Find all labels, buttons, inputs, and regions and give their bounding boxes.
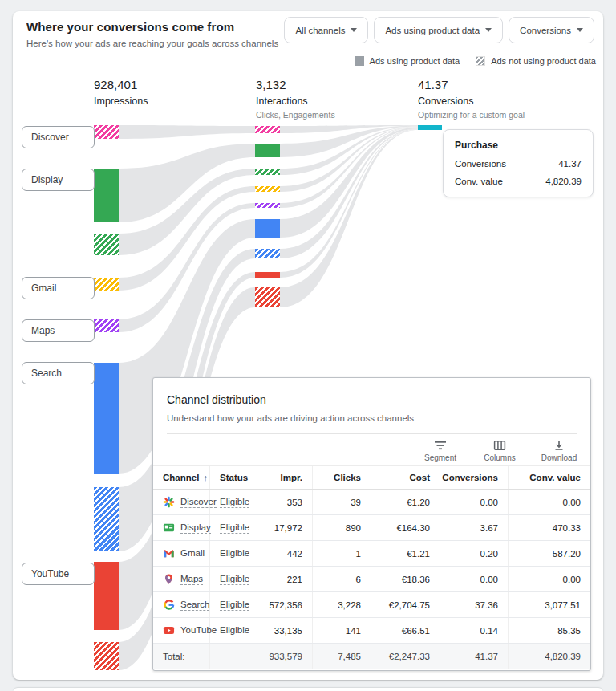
interactions-value: 3,132 (256, 78, 335, 91)
header-status[interactable]: Status (210, 466, 253, 489)
node-search-nopd-interactions[interactable] (255, 249, 280, 258)
conv-value-cell: 85.35 (509, 618, 590, 643)
product-data-filter-dropdown[interactable]: Ads using product data (374, 17, 503, 43)
node-gmail-impressions[interactable] (94, 278, 119, 291)
download-button[interactable]: Download (539, 439, 579, 462)
chevron-down-icon (351, 28, 357, 32)
cell-value: 442 (287, 549, 302, 559)
header-conv-value[interactable]: Conv. value (509, 466, 590, 489)
cell-value: 0.00 (480, 575, 498, 584)
channel-link[interactable]: Display (180, 522, 211, 534)
interactions-sublabel: Clicks, Engagements (256, 110, 335, 120)
node-search-interactions[interactable] (255, 219, 280, 238)
page-subtitle: Here's how your ads are reaching your go… (26, 39, 278, 48)
node-search-nopd-impressions[interactable] (94, 487, 119, 551)
node-maps-impressions[interactable] (94, 319, 119, 332)
table-row-gmail: Gmail Eligible 442 1 €1.21 0.20 587.20 (153, 541, 590, 567)
conv-value-cell: 470.33 (509, 515, 590, 540)
channels-filter-dropdown[interactable]: All channels (284, 17, 368, 43)
metric-filter-dropdown[interactable]: Conversions (509, 17, 594, 43)
header-impr[interactable]: Impr. (253, 466, 313, 489)
node-purchase-conversions[interactable] (418, 125, 442, 130)
legend-label: Ads not using product data (491, 56, 596, 66)
node-display-interactions[interactable] (255, 144, 280, 157)
channel-link[interactable]: Search (180, 600, 209, 611)
channel-link[interactable]: Gmail (180, 548, 205, 559)
table-row-search: Search Eligible 572,356 3,228 €2,704.75 … (153, 592, 590, 618)
impr-cell: 33,135 (253, 618, 313, 643)
interactions-column-header: 3,132 Interactions Clicks, Engagements (256, 78, 335, 120)
conversions-value: 41.37 (418, 78, 525, 91)
cell-value: 0.00 (563, 575, 581, 584)
cell-value: 37.36 (475, 600, 498, 610)
channel-tag-label: Display (31, 174, 63, 185)
cell-value: 33,135 (274, 626, 302, 636)
channel-cell: YouTube (153, 618, 210, 643)
conversions-cell: 0.14 (440, 618, 509, 643)
node-gmail-interactions[interactable] (255, 186, 280, 192)
clicks-cell: 1 (313, 541, 371, 566)
table-row-maps: Maps Eligible 221 6 €18.36 0.00 0.00 (153, 567, 590, 592)
status-link[interactable]: Eligible (220, 522, 249, 534)
conversion-tooltip: Purchase Conversions 41.37 Conv. value 4… (443, 129, 594, 197)
status-link[interactable]: Eligible (220, 497, 249, 508)
columns-icon (492, 439, 507, 452)
channel-cell: Discover (153, 490, 210, 514)
header-channel[interactable]: Channel ↑ (153, 466, 210, 489)
status-link[interactable]: Eligible (220, 600, 249, 611)
channel-tag-display[interactable]: Display (22, 169, 95, 191)
status-link[interactable]: Eligible (220, 548, 249, 559)
channel-tag-youtube[interactable]: YouTube (22, 563, 95, 585)
header-label: Conversions (442, 473, 498, 482)
header-label: Impr. (281, 473, 302, 482)
node-youtube-impressions[interactable] (94, 562, 119, 630)
node-discover-impressions[interactable] (94, 125, 119, 139)
conversions-cell: 37.36 (440, 592, 509, 617)
channel-cell: Gmail (153, 541, 210, 566)
header-clicks[interactable]: Clicks (313, 466, 371, 489)
legend: Ads using product data Ads not using pro… (355, 56, 596, 66)
channel-tag-search[interactable]: Search (22, 362, 95, 384)
conversions-column-header: 41.37 Conversions Optimizing for a custo… (418, 78, 525, 120)
interactions-label: Interactions (256, 96, 335, 107)
header-conversions[interactable]: Conversions (440, 466, 509, 489)
conv-value-cell: 3,077.51 (509, 592, 590, 617)
node-search-impressions[interactable] (94, 363, 119, 474)
node-display-nopd-interactions[interactable] (255, 169, 280, 175)
gmail-icon (163, 547, 175, 559)
node-youtube-nopd-interactions[interactable] (255, 287, 280, 307)
columns-button[interactable]: Columns (480, 439, 520, 462)
impressions-value: 928,401 (94, 78, 148, 91)
conv-value-cell: 587.20 (509, 541, 590, 566)
node-discover-interactions[interactable] (255, 126, 280, 133)
channel-link[interactable]: Maps (180, 574, 203, 585)
panel-subtitle: Understand how your ads are driving acti… (167, 413, 578, 434)
cell-value: 221 (287, 575, 302, 584)
node-display-impressions[interactable] (94, 169, 119, 222)
cell-value: €18.36 (402, 575, 430, 584)
node-youtube-interactions[interactable] (255, 272, 280, 278)
node-maps-interactions[interactable] (255, 203, 280, 208)
panel-header: Channel distribution Understand how your… (153, 378, 590, 434)
channel-tag-maps[interactable]: Maps (22, 319, 95, 342)
segment-button[interactable]: Segment (420, 439, 460, 462)
cell-value: 587.20 (553, 549, 581, 559)
channel-tag-discover[interactable]: Discover (22, 126, 95, 148)
cost-cell: €66.51 (371, 618, 440, 643)
channel-cell: Maps (153, 567, 210, 591)
conv-value-cell: 0.00 (509, 490, 590, 514)
node-youtube-nopd-impressions[interactable] (94, 642, 119, 670)
channel-tag-gmail[interactable]: Gmail (22, 277, 95, 299)
status-link[interactable]: Eligible (220, 625, 249, 636)
total-conversions-cell: 41.37 (440, 644, 509, 669)
status-cell: Eligible (210, 490, 253, 514)
status-cell: Eligible (210, 541, 253, 566)
conversions-cell: 0.00 (440, 567, 509, 591)
cell-value: 4,820.39 (545, 652, 581, 661)
status-link[interactable]: Eligible (220, 574, 249, 585)
chevron-down-icon (485, 28, 492, 32)
table-header-row: Channel ↑ Status Impr. Clicks Cost Conve… (153, 465, 590, 490)
header-cost[interactable]: Cost (371, 466, 440, 489)
node-display-nopd-impressions[interactable] (94, 234, 119, 255)
cost-cell: €2,704.75 (371, 592, 440, 617)
